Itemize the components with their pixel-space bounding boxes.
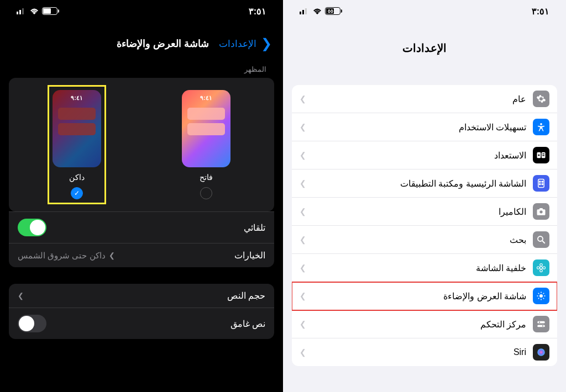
svg-rect-0	[17, 12, 18, 14]
signal-icon	[300, 8, 310, 14]
automatic-row: تلقائي	[9, 211, 274, 243]
status-bar-right: ٣:٥١ ٥٥	[283, 0, 566, 22]
row-label: عام	[306, 94, 526, 104]
svg-line-34	[543, 293, 544, 294]
svg-rect-12	[542, 155, 544, 156]
chevron-icon: ❮	[18, 292, 24, 300]
row-label: بحث	[306, 235, 526, 245]
svg-rect-6	[305, 8, 307, 14]
svg-point-22	[540, 264, 543, 267]
svg-point-17	[542, 183, 543, 184]
status-indicators: ٥٥	[17, 7, 57, 15]
svg-rect-2	[22, 8, 24, 14]
battery-icon: ٥٥	[325, 7, 340, 15]
chevron-icon: ❮	[300, 207, 306, 216]
back-chevron-icon[interactable]: ❯	[261, 36, 272, 51]
automatic-label: تلقائي	[244, 223, 265, 233]
status-time: ٣:٥١	[249, 6, 266, 17]
appearance-card: ٩:٤١ فاتح ٩:٤١ داكن ✓	[9, 78, 274, 211]
search-icon	[533, 231, 549, 248]
bold-text-label: نص غامق	[230, 319, 265, 329]
text-size-row[interactable]: حجم النص ❮	[9, 284, 274, 308]
chevron-icon: ❮	[109, 251, 115, 259]
dark-label: داكن	[69, 173, 85, 182]
svg-rect-35	[537, 321, 545, 324]
siri-icon	[533, 344, 549, 361]
brightness-icon	[533, 288, 549, 304]
settings-row-gear[interactable]: عام❮	[292, 85, 557, 113]
svg-point-26	[539, 294, 543, 298]
svg-point-23	[540, 269, 543, 272]
svg-line-32	[543, 298, 544, 299]
settings-row-camera[interactable]: الكاميرا❮	[292, 198, 557, 226]
settings-row-accessibility[interactable]: تسهيلات الاستخدام❮	[292, 113, 557, 141]
chevron-icon: ❮	[300, 320, 306, 329]
chevron-icon: ❮	[300, 94, 306, 103]
dark-radio[interactable]: ✓	[71, 187, 83, 199]
settings-row-search[interactable]: بحث❮	[292, 226, 557, 254]
svg-rect-1	[19, 10, 21, 14]
svg-point-39	[537, 348, 545, 356]
row-label: Siri	[306, 347, 526, 357]
homescreen-icon	[533, 175, 549, 192]
appearance-option-light[interactable]: ٩:٤١ فاتح	[179, 87, 234, 203]
row-label: مركز التحكم	[306, 319, 526, 330]
svg-line-20	[542, 241, 545, 243]
svg-point-10	[538, 155, 539, 156]
options-row[interactable]: الخيارات داكن حتى شروق الشمس❮	[9, 243, 274, 267]
svg-rect-5	[302, 10, 304, 14]
svg-point-7	[540, 123, 542, 125]
appearance-option-dark[interactable]: ٩:٤١ داكن ✓	[49, 87, 104, 203]
svg-line-33	[538, 298, 539, 299]
svg-line-31	[538, 293, 539, 294]
accessibility-icon	[533, 119, 549, 135]
settings-list: عام❮تسهيلات الاستخدام❮الاستعداد❮الشاشة ا…	[292, 85, 557, 366]
back-button[interactable]: الإعدادات	[219, 38, 256, 50]
light-preview: ٩:٤١	[182, 90, 230, 167]
svg-point-18	[539, 210, 542, 213]
automatic-toggle[interactable]	[18, 219, 46, 236]
status-indicators: ٥٥	[300, 7, 340, 15]
wallpaper-icon	[533, 259, 549, 276]
settings-row-siri[interactable]: Siri❮	[292, 338, 557, 366]
standby-icon	[533, 147, 549, 163]
svg-rect-11	[542, 153, 544, 155]
svg-point-21	[540, 267, 543, 269]
appearance-section-label: المظهر	[0, 57, 283, 78]
settings-row-wallpaper[interactable]: خلفية الشاشة❮	[292, 254, 557, 282]
options-value: داكن حتى شروق الشمس	[18, 251, 106, 261]
svg-rect-4	[300, 12, 301, 14]
bold-text-row: نص غامق	[9, 308, 274, 339]
settings-row-standby[interactable]: الاستعداد❮	[292, 141, 557, 169]
row-label: خلفية الشاشة	[306, 263, 526, 273]
chevron-icon: ❮	[300, 263, 306, 272]
svg-rect-13	[538, 179, 544, 188]
chevron-icon: ❮	[300, 151, 306, 160]
settings-row-controlcenter[interactable]: مركز التحكم❮	[292, 310, 557, 338]
svg-rect-36	[537, 325, 545, 327]
wifi-icon	[30, 8, 39, 14]
svg-point-25	[543, 267, 546, 269]
display-brightness-screen: ٣:٥١ ٥٥ ❯ الإعدادات شاشة العرض والإضاءة …	[0, 0, 283, 392]
settings-row-brightness[interactable]: شاشة العرض والإضاءة❮	[292, 282, 557, 310]
gear-icon	[533, 91, 549, 107]
light-radio[interactable]	[200, 187, 212, 199]
row-label: الكاميرا	[306, 206, 526, 217]
svg-point-24	[537, 267, 540, 269]
settings-row-homescreen[interactable]: الشاشة الرئيسية ومكتبة التطبيقات❮	[292, 169, 557, 198]
signal-icon	[17, 8, 27, 14]
dark-preview: ٩:٤١	[53, 90, 101, 167]
wifi-icon	[313, 8, 322, 14]
chevron-icon: ❮	[300, 123, 306, 131]
svg-point-38	[542, 325, 543, 326]
text-size-label: حجم النص	[227, 290, 265, 301]
row-label: الشاشة الرئيسية ومكتبة التطبيقات	[306, 178, 526, 189]
status-time: ٣:٥١	[532, 6, 549, 17]
chevron-icon: ❮	[300, 348, 306, 357]
bold-text-toggle[interactable]	[18, 315, 46, 332]
svg-point-19	[538, 236, 543, 241]
controlcenter-icon	[533, 316, 549, 332]
svg-point-16	[539, 183, 541, 184]
row-label: تسهيلات الاستخدام	[306, 122, 526, 133]
nav-header: ❯ الإعدادات شاشة العرض والإضاءة	[0, 22, 283, 57]
